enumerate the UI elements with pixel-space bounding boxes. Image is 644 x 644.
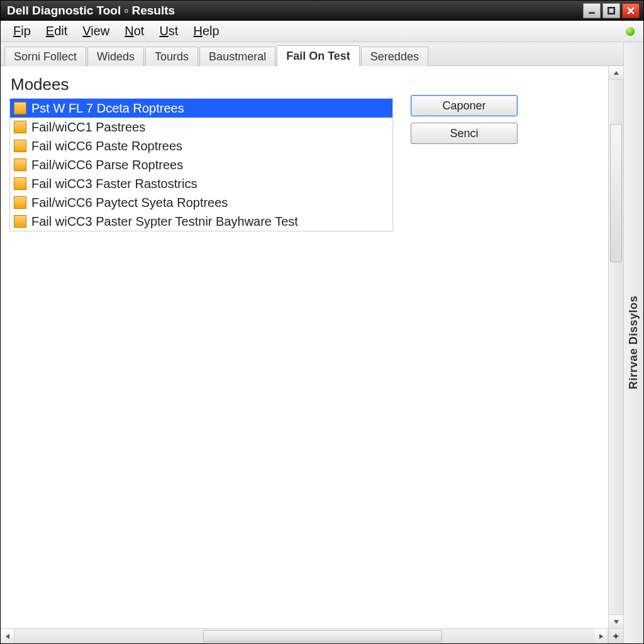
list-item-label: Fail wiCC3 Faster Rastostrics bbox=[31, 177, 197, 191]
folder-icon bbox=[14, 102, 26, 114]
scroll-thumb[interactable] bbox=[610, 124, 622, 262]
tab-fail-on-test[interactable]: Fail On Test bbox=[277, 45, 360, 66]
tab-content: Modees Pst W FL 7 Dceta Roptrees Fail/wi… bbox=[1, 66, 608, 628]
list-item-label: Fail/wiCC6 Paytect Syeta Roptrees bbox=[31, 196, 228, 210]
menu-view[interactable]: View bbox=[75, 21, 117, 41]
vertical-scrollbar[interactable] bbox=[608, 66, 623, 628]
tab-sorni-follect[interactable]: Sorni Follect bbox=[4, 47, 86, 66]
maximize-button[interactable] bbox=[602, 3, 620, 18]
main-column: Sorni Follect Wideds Tourds Baustmeral F… bbox=[1, 42, 623, 643]
caponer-button[interactable]: Caponer bbox=[411, 95, 518, 116]
folder-icon bbox=[14, 121, 26, 133]
folder-icon bbox=[14, 140, 26, 152]
tab-tourds[interactable]: Tourds bbox=[145, 47, 198, 66]
titlebar[interactable]: Dell Diagnostic Tool ▫ Results bbox=[1, 1, 643, 21]
list-item[interactable]: Fail/wiCC6 Paytect Syeta Roptrees bbox=[10, 193, 392, 212]
senci-button[interactable]: Senci bbox=[411, 123, 518, 144]
menu-not[interactable]: Not bbox=[117, 21, 152, 41]
list-item[interactable]: Fail/wiCC6 Parse Roptrees bbox=[10, 155, 392, 174]
hscroll-track[interactable] bbox=[14, 629, 594, 643]
scroll-up-button[interactable] bbox=[609, 66, 623, 80]
status-indicator-icon bbox=[626, 27, 635, 36]
app-window: Dell Diagnostic Tool ▫ Results Fip Edit … bbox=[0, 0, 644, 644]
minimize-button[interactable] bbox=[583, 3, 601, 18]
horizontal-scrollbar[interactable]: ✦ bbox=[1, 628, 623, 643]
menubar: Fip Edit View Not Ust Help bbox=[1, 21, 643, 42]
svg-rect-1 bbox=[608, 8, 614, 14]
section-heading: Modees bbox=[11, 75, 393, 94]
tab-baustmeral[interactable]: Baustmeral bbox=[199, 47, 275, 66]
scroll-left-button[interactable] bbox=[1, 629, 14, 643]
scroll-corner: ✦ bbox=[608, 629, 623, 643]
action-buttons: Caponer Senci bbox=[411, 74, 518, 231]
list-item[interactable]: Fail wiCC3 Paster Sypter Testnir Bayhwar… bbox=[10, 212, 392, 231]
body-area: Sorni Follect Wideds Tourds Baustmeral F… bbox=[1, 42, 643, 643]
side-panel-label: Rirrvae Dissylos bbox=[627, 296, 640, 389]
menu-help[interactable]: Help bbox=[186, 21, 226, 41]
scroll-right-button[interactable] bbox=[594, 629, 608, 643]
folder-icon bbox=[14, 177, 26, 190]
list-item-label: Pst W FL 7 Dceta Roptrees bbox=[31, 101, 184, 116]
scroll-track[interactable] bbox=[609, 80, 623, 614]
menu-edit[interactable]: Edit bbox=[38, 21, 75, 41]
folder-icon bbox=[14, 158, 26, 171]
side-panel[interactable]: Rirrvae Dissylos bbox=[623, 42, 643, 643]
tab-sereddes[interactable]: Sereddes bbox=[361, 47, 428, 66]
list-item-label: Fail wiCC3 Paster Sypter Testnir Bayhwar… bbox=[31, 214, 298, 229]
list-item[interactable]: Fail wiCC3 Faster Rastostrics bbox=[10, 174, 392, 193]
svg-rect-0 bbox=[589, 12, 595, 13]
list-item[interactable]: Fail/wiCC1 Pastrees bbox=[10, 118, 392, 136]
window-title: Dell Diagnostic Tool ▫ Results bbox=[4, 4, 581, 18]
tab-wideds[interactable]: Wideds bbox=[87, 47, 144, 66]
folder-icon bbox=[14, 196, 26, 209]
scroll-down-button[interactable] bbox=[609, 614, 623, 628]
list-item[interactable]: Fail wiCC6 Paste Roptrees bbox=[10, 136, 392, 155]
list-item-label: Fail/wiCC6 Parse Roptrees bbox=[31, 158, 183, 172]
menu-ust[interactable]: Ust bbox=[152, 21, 186, 41]
hscroll-thumb[interactable] bbox=[203, 630, 442, 642]
folder-icon bbox=[14, 215, 26, 228]
list-item[interactable]: Pst W FL 7 Dceta Roptrees bbox=[10, 99, 392, 118]
list-item-label: Fail wiCC6 Paste Roptrees bbox=[31, 139, 182, 153]
list-item-label: Fail/wiCC1 Pastrees bbox=[31, 120, 145, 135]
results-listbox[interactable]: Pst W FL 7 Dceta Roptrees Fail/wiCC1 Pas… bbox=[9, 98, 393, 231]
close-button[interactable] bbox=[622, 3, 640, 18]
tabstrip: Sorni Follect Wideds Tourds Baustmeral F… bbox=[1, 42, 623, 66]
menu-fip[interactable]: Fip bbox=[6, 21, 38, 41]
